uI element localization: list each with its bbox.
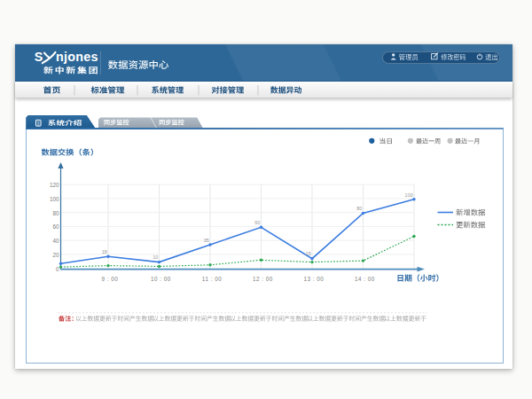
- svg-text:80: 80: [52, 210, 59, 216]
- svg-text:S: S: [35, 50, 43, 64]
- svg-text:14 : 00: 14 : 00: [355, 276, 375, 282]
- svg-text:35: 35: [204, 238, 209, 243]
- svg-text:15: 15: [306, 251, 311, 256]
- svg-text:40: 40: [52, 238, 59, 244]
- svg-text:0: 0: [56, 266, 59, 272]
- svg-text:10 : 00: 10 : 00: [151, 276, 171, 282]
- svg-text:100: 100: [50, 196, 59, 202]
- svg-text:20: 20: [52, 252, 59, 258]
- svg-text:13 : 00: 13 : 00: [304, 276, 325, 282]
- svg-text:100: 100: [405, 192, 413, 198]
- svg-text:18: 18: [102, 249, 107, 254]
- svg-text:9 : 00: 9 : 00: [102, 276, 119, 282]
- svg-text:80: 80: [356, 206, 362, 211]
- svg-text:60: 60: [52, 223, 59, 230]
- svg-text:12 : 00: 12 : 00: [253, 276, 273, 282]
- svg-text:11 : 00: 11 : 00: [202, 276, 222, 282]
- svg-text:10: 10: [153, 254, 158, 260]
- svg-text:60: 60: [254, 220, 260, 225]
- svg-text:120: 120: [50, 182, 59, 188]
- svg-text:njones: njones: [56, 50, 98, 64]
